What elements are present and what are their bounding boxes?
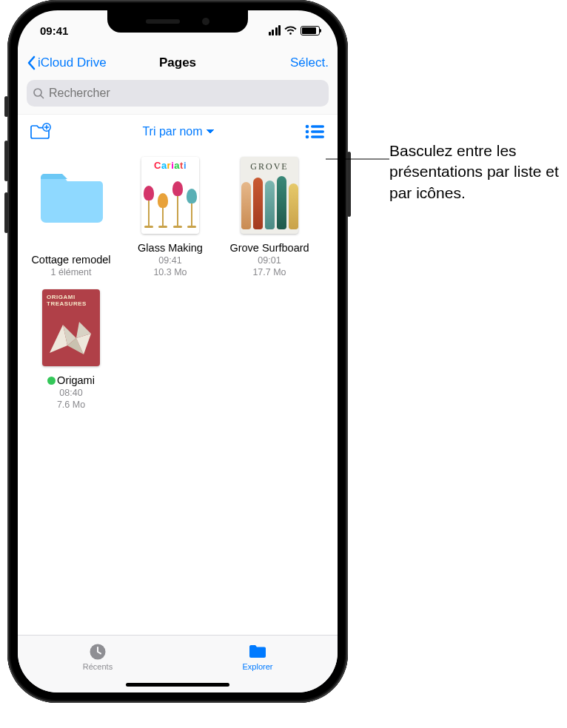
page-title: Pages <box>159 55 196 70</box>
grid-item-document[interactable]: Cariati Glass Making 09:41 <box>129 157 212 279</box>
view-toggle-button[interactable] <box>305 124 326 139</box>
folder-icon <box>247 641 268 661</box>
item-time: 08:40 <box>30 387 113 399</box>
svg-line-1 <box>41 95 44 98</box>
search-field[interactable] <box>27 80 329 107</box>
chevron-down-icon <box>206 129 215 135</box>
document-thumbnail: ORIGAMITREASURES <box>42 289 100 366</box>
wifi-icon <box>284 26 297 36</box>
sort-label: Tri par nom <box>142 125 202 138</box>
callout-text: Basculez entre les présentations par lis… <box>389 141 563 203</box>
item-meta: 1 élément <box>30 266 113 278</box>
battery-icon <box>301 26 320 36</box>
sort-button[interactable]: Tri par nom <box>142 125 214 138</box>
svg-point-5 <box>306 129 309 133</box>
item-name: Origami <box>30 374 113 387</box>
grid-item-folder[interactable]: Cottage remodel 1 élément <box>30 157 113 279</box>
search-container <box>18 78 338 114</box>
back-label: iCloud Drive <box>38 55 107 70</box>
screen: 09:41 iCloud Drive Pages Sélect. <box>18 10 338 692</box>
item-time: 09:41 <box>129 255 212 266</box>
svg-rect-8 <box>311 135 324 138</box>
search-input[interactable] <box>49 87 323 100</box>
nav-bar: iCloud Drive Pages Sélect. <box>18 47 338 78</box>
svg-point-7 <box>306 135 309 138</box>
grid-item-document[interactable]: ORIGAMITREASURES <box>30 289 113 411</box>
svg-point-3 <box>306 124 309 128</box>
svg-rect-6 <box>311 130 324 132</box>
side-button <box>347 152 351 217</box>
search-icon <box>33 87 44 99</box>
list-view-icon <box>305 124 326 139</box>
status-time: 09:41 <box>40 24 68 37</box>
callout-leader <box>326 158 389 160</box>
back-button[interactable]: iCloud Drive <box>27 55 107 70</box>
item-size: 17.7 Mo <box>228 266 311 278</box>
chevron-left-icon <box>27 55 36 70</box>
svg-rect-4 <box>311 125 324 127</box>
document-thumbnail: Cariati <box>141 157 199 234</box>
volume-up-button <box>4 141 8 181</box>
tab-label: Explorer <box>243 662 273 671</box>
item-time: 09:01 <box>228 255 311 266</box>
item-size: 10.3 Mo <box>129 266 212 278</box>
select-button[interactable]: Sélect. <box>290 55 329 70</box>
mute-switch <box>4 96 8 117</box>
item-name: Cottage remodel <box>30 253 113 266</box>
tab-label: Récents <box>83 662 113 671</box>
item-name: Glass Making <box>129 241 212 255</box>
toolbar: Tri par nom <box>18 114 338 148</box>
document-thumbnail: GROVE <box>241 157 298 234</box>
item-size: 7.6 Mo <box>30 399 113 411</box>
grid-item-document[interactable]: GROVE Grove Surfboard <box>228 157 311 279</box>
clock-icon <box>87 641 108 661</box>
notch <box>107 10 248 33</box>
file-grid: Cottage remodel 1 élément Cariati <box>18 148 338 635</box>
cellular-icon <box>269 25 281 36</box>
new-folder-button[interactable] <box>30 123 52 141</box>
phone-frame: 09:41 iCloud Drive Pages Sélect. <box>7 0 348 703</box>
home-indicator[interactable] <box>126 683 229 687</box>
tag-dot-icon <box>47 377 56 385</box>
new-folder-icon <box>30 123 52 141</box>
volume-down-button <box>4 192 8 233</box>
folder-icon <box>38 169 106 225</box>
item-name: Grove Surfboard <box>228 241 311 255</box>
